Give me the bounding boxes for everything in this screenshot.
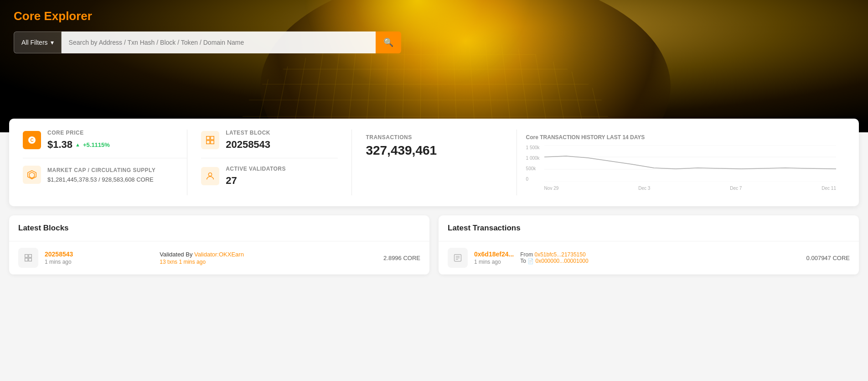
chart-x-nov29: Nov 29 xyxy=(544,186,559,191)
header: Core Explorer All Filters ▾ 🔍 xyxy=(0,0,868,61)
chart-x-dec11: Dec 11 xyxy=(822,186,836,191)
svg-rect-16 xyxy=(29,258,31,261)
block-number[interactable]: 20258543 xyxy=(45,251,153,258)
svg-rect-7 xyxy=(211,141,214,144)
logo: Core Explorer xyxy=(14,9,854,23)
chevron-down-icon: ▾ xyxy=(51,39,54,46)
tx-time: 1 mins ago xyxy=(474,259,514,265)
chart-y-label-2: 500k xyxy=(526,166,540,171)
stats-card: C CORE PRICE $1.38 ▲ +5.1115% xyxy=(9,119,859,206)
svg-rect-4 xyxy=(207,136,210,140)
chart-x-dec3: Dec 3 xyxy=(638,186,650,191)
price-row: C CORE PRICE $1.38 ▲ +5.1115% xyxy=(23,130,187,151)
price-label: CORE PRICE xyxy=(47,130,110,136)
block-icon-box xyxy=(18,248,38,268)
chart-container: 1 500k 1 000k 500k 0 Nov 29 Dec 3 xyxy=(526,145,836,191)
svg-marker-2 xyxy=(28,171,36,179)
chart-y-labels: 1 500k 1 000k 500k 0 xyxy=(526,145,540,182)
svg-rect-13 xyxy=(25,255,28,257)
market-cap-label: MARKET CAP / CIRCULATING SUPPLY xyxy=(47,167,155,173)
validator-info: Validated By Validator:OKXEarn 13 txns 1… xyxy=(160,251,377,265)
latest-blocks-title: Latest Blocks xyxy=(9,215,429,241)
block-reward: 2.8996 CORE xyxy=(383,255,420,261)
validators-label: ACTIVE VALIDATORS xyxy=(226,166,286,172)
latest-blocks-panel: Latest Blocks 20258543 1 mins ago Valida… xyxy=(9,215,429,275)
market-cap-row: MARKET CAP / CIRCULATING SUPPLY $1,281,4… xyxy=(23,166,187,184)
chart-y-label-1: 0 xyxy=(526,177,540,182)
svg-rect-15 xyxy=(25,258,28,261)
stat-block-section: LATEST BLOCK 20258543 ACTIVE VALIDATORS … xyxy=(187,130,351,195)
block-time: 1 mins ago xyxy=(45,259,153,265)
search-icon: 🔍 xyxy=(383,37,393,47)
latest-transactions-title: Latest Transactions xyxy=(439,215,859,241)
core-price-icon: C xyxy=(23,131,41,149)
chart-section: Core TRANSACTION HISTORY LAST 14 DAYS 1 … xyxy=(517,130,845,195)
tx-hash-info: 0x6d18ef24... 1 mins ago xyxy=(474,251,514,265)
latest-block-label: LATEST BLOCK xyxy=(226,130,270,136)
tx-to-label: To xyxy=(520,258,526,264)
market-cap-icon xyxy=(23,166,41,184)
market-cap-value: $1,281,445,378.53 / 928,583,608 CORE xyxy=(47,176,155,183)
transactions-label: TRANSACTIONS xyxy=(366,134,502,141)
svg-text:C: C xyxy=(30,138,33,143)
tx-amount: 0.007947 CORE xyxy=(806,255,850,261)
chart-area xyxy=(544,145,836,182)
txns-info: 13 txns 1 mins ago xyxy=(160,259,377,265)
hero-section: Core Explorer All Filters ▾ 🔍 xyxy=(0,0,868,132)
filter-label: All Filters xyxy=(21,39,48,46)
stat-transactions-section: TRANSACTIONS 327,439,461 xyxy=(352,130,516,195)
tx-addresses: From 0x51bfc5...21735150 To 📄 0x000000..… xyxy=(520,251,800,264)
price-value: $1.38 xyxy=(47,139,72,151)
tx-hash[interactable]: 0x6d18ef24... xyxy=(474,251,514,258)
block-info: 20258543 1 mins ago xyxy=(45,251,153,265)
price-arrow-icon: ▲ xyxy=(75,142,80,147)
svg-point-8 xyxy=(209,173,212,176)
validated-by-label: Validated By xyxy=(160,251,192,258)
search-button[interactable]: 🔍 xyxy=(376,31,401,53)
latest-block-row: LATEST BLOCK 20258543 xyxy=(201,130,338,151)
validators-row: ACTIVE VALIDATORS 27 xyxy=(201,166,338,187)
table-row: 0x6d18ef24... 1 mins ago From 0x51bfc5..… xyxy=(439,241,859,275)
validator-link[interactable]: Validator:OKXEarn xyxy=(194,251,244,258)
chart-y-label-4: 1 500k xyxy=(526,145,540,150)
bottom-grid: Latest Blocks 20258543 1 mins ago Valida… xyxy=(9,215,859,275)
stat-price-section: C CORE PRICE $1.38 ▲ +5.1115% xyxy=(23,130,187,195)
price-change: +5.1115% xyxy=(83,141,110,148)
latest-block-value: 20258543 xyxy=(226,139,270,151)
svg-marker-3 xyxy=(30,172,35,178)
validators-value: 27 xyxy=(226,175,286,187)
block-icon xyxy=(201,131,219,149)
transactions-value: 327,439,461 xyxy=(366,143,502,158)
chart-y-label-3: 1 000k xyxy=(526,156,540,161)
tx-from: From 0x51bfc5...21735150 xyxy=(520,251,800,258)
tx-to-doc-icon: 📄 xyxy=(527,258,534,264)
svg-rect-14 xyxy=(29,255,31,257)
chart-title: Core TRANSACTION HISTORY LAST 14 DAYS xyxy=(526,134,836,141)
chart-x-labels: Nov 29 Dec 3 Dec 7 Dec 11 xyxy=(544,186,836,191)
tx-to: To 📄 0x000000...00001000 xyxy=(520,258,800,264)
chart-x-dec7: Dec 7 xyxy=(730,186,742,191)
tx-to-addr[interactable]: 0x000000...00001000 xyxy=(536,258,589,264)
svg-rect-6 xyxy=(207,141,210,144)
filter-button[interactable]: All Filters ▾ xyxy=(14,31,62,53)
svg-rect-5 xyxy=(211,136,214,140)
search-bar: All Filters ▾ 🔍 xyxy=(14,31,401,53)
tx-icon-box xyxy=(448,248,468,268)
table-row: 20258543 1 mins ago Validated By Validat… xyxy=(9,241,429,275)
search-input[interactable] xyxy=(62,31,376,53)
latest-transactions-panel: Latest Transactions 0x6d18ef24... 1 mins… xyxy=(439,215,859,275)
tx-from-addr[interactable]: 0x51bfc5...21735150 xyxy=(535,251,586,258)
validators-icon xyxy=(201,167,219,185)
